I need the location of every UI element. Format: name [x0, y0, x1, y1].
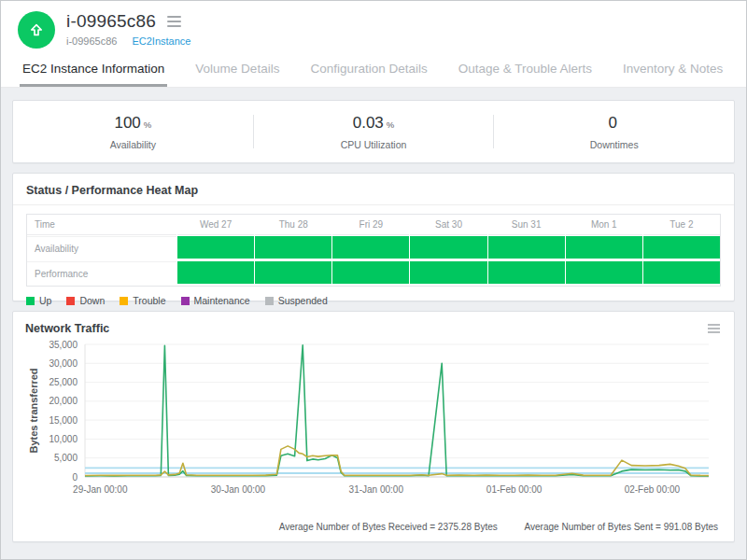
monitor-avatar: [18, 11, 55, 49]
heatmap-cell-availability-mon-1[interactable]: [566, 236, 642, 259]
y-tick-label: 5,000: [54, 453, 78, 463]
heatmap-cell-performance-sun-31[interactable]: [488, 261, 565, 284]
x-tick-label: 02-Feb 00:00: [625, 484, 681, 495]
heatmap-cell-performance-thu-28[interactable]: [255, 261, 331, 284]
heatmap-cell-availability-wed-27[interactable]: [177, 236, 254, 259]
tab-bar: EC2 Instance InformationVolume DetailsCo…: [1, 52, 746, 88]
y-tick-label: 20,000: [49, 396, 78, 406]
legend-swatch: [66, 297, 75, 305]
y-tick-label: 0: [72, 472, 78, 483]
stat-availability: 100%Availability: [13, 114, 253, 150]
heatmap-header-mon-1: Mon 1: [566, 215, 642, 235]
stat-unit: %: [144, 119, 151, 130]
network-traffic-chart[interactable]: 05,00010,00015,00020,00025,00030,00035,0…: [25, 337, 722, 524]
legend-label: Trouble: [133, 295, 165, 306]
heatmap-header-wed-27: Wed 27: [177, 215, 254, 235]
heatmap-header-sat-30: Sat 30: [410, 215, 486, 235]
y-axis-title: Bytes transferred: [28, 368, 39, 453]
heatmap-row-label-availability: Availability: [27, 236, 176, 260]
chart-menu-icon[interactable]: [706, 320, 722, 337]
heatmap-header-thu-28: Thu 28: [255, 215, 331, 235]
tab-volume-details[interactable]: Volume Details: [192, 52, 282, 87]
stat-cpu-utilization: 0.03%CPU Utilization: [254, 114, 494, 150]
y-tick-label: 15,000: [49, 415, 78, 426]
x-tick-label: 31-Jan 00:00: [349, 484, 404, 495]
heatmap-cell-performance-tue-2[interactable]: [643, 261, 720, 284]
tab-outage-trouble-alerts[interactable]: Outage & Trouble Alerts: [456, 52, 595, 87]
legend-swatch: [265, 297, 274, 305]
legend-swatch: [120, 297, 128, 305]
heatmap-cell-performance-wed-27[interactable]: [177, 261, 254, 284]
legend-label: Down: [79, 295, 105, 306]
heatmap-cell-performance-mon-1[interactable]: [566, 261, 642, 284]
series-bytes-sent-line: [85, 446, 709, 476]
heatmap-cell-performance-fri-29[interactable]: [332, 261, 409, 284]
heatmap-legend: UpDownTroubleMaintenanceSuspended: [26, 295, 721, 306]
heatmap-row-label-performance: Performance: [27, 261, 176, 286]
heatmap-table: TimeWed 27Thu 28Fri 29Sat 30Sun 31Mon 1T…: [26, 214, 721, 287]
legend-swatch: [181, 297, 190, 305]
chart-svg: 05,00010,00015,00020,00025,00030,00035,0…: [25, 337, 722, 520]
heatmap-cell-performance-sat-30[interactable]: [410, 261, 486, 284]
app-header: i-09965c86 i-09965c86 EC2Instance: [1, 1, 746, 52]
tab-inventory-notes[interactable]: Inventory & Notes: [620, 52, 726, 87]
chart-panel: Network Traffic 05,00010,00015,00020,000…: [12, 311, 735, 542]
tab-configuration-details[interactable]: Configuration Details: [307, 52, 430, 87]
heatmap-title: Status / Performance Heat Map: [26, 184, 721, 197]
legend-item-maintenance: Maintenance: [181, 295, 250, 306]
heatmap-header-tue-2: Tue 2: [643, 215, 720, 235]
legend-label: Up: [39, 295, 51, 306]
stat-value: 0: [608, 114, 616, 132]
stats-panel: 100%Availability0.03%CPU Utilization0Dow…: [12, 100, 735, 163]
screen: i-09965c86 i-09965c86 EC2Instance EC2 In…: [0, 0, 747, 560]
stat-label: CPU Utilization: [254, 139, 494, 150]
heatmap-header-sun-31: Sun 31: [488, 215, 565, 235]
heatmap-header-fri-29: Fri 29: [332, 215, 409, 235]
legend-swatch: [26, 297, 35, 305]
y-tick-label: 35,000: [49, 340, 78, 350]
stat-unit: %: [387, 119, 394, 130]
y-tick-label: 10,000: [49, 434, 78, 444]
heatmap-cell-availability-sun-31[interactable]: [488, 236, 565, 259]
chart-footnote-received: Average Number of Bytes Received = 2375.…: [279, 522, 498, 532]
heatmap-cell-availability-sat-30[interactable]: [410, 236, 486, 259]
legend-item-suspended: Suspended: [265, 295, 328, 306]
y-tick-label: 30,000: [49, 358, 78, 369]
legend-label: Suspended: [278, 295, 328, 306]
stat-value: 100: [114, 114, 140, 132]
heatmap-cell-availability-fri-29[interactable]: [332, 236, 409, 259]
x-tick-label: 30-Jan 00:00: [211, 484, 266, 495]
chart-footnote-sent: Average Number of Bytes Sent = 991.08 By…: [525, 522, 718, 532]
x-tick-label: 29-Jan 00:00: [73, 484, 128, 495]
legend-item-up: Up: [26, 295, 51, 306]
legend-item-trouble: Trouble: [120, 295, 165, 306]
content-area: 100%Availability0.03%CPU Utilization0Dow…: [1, 88, 746, 542]
up-arrow-icon: [27, 21, 46, 39]
x-tick-label: 01-Feb 00:00: [486, 484, 543, 495]
heatmap-header-time: Time: [27, 215, 176, 235]
tab-ec2-instance-information[interactable]: EC2 Instance Information: [20, 52, 167, 87]
legend-label: Maintenance: [194, 295, 250, 306]
chart-title: Network Traffic: [25, 322, 109, 335]
stat-label: Availability: [13, 139, 253, 150]
monitor-type-link[interactable]: EC2Instance: [132, 35, 190, 47]
title-menu-icon[interactable]: [167, 13, 181, 30]
y-tick-label: 25,000: [49, 377, 78, 387]
heatmap-cell-availability-tue-2[interactable]: [643, 236, 720, 259]
stat-downtimes: 0Downtimes: [494, 114, 734, 150]
stat-value: 0.03: [353, 114, 384, 132]
heatmap-cell-availability-thu-28[interactable]: [255, 236, 331, 259]
heatmap-panel: Status / Performance Heat Map TimeWed 27…: [12, 173, 735, 301]
series-bytes-received-line: [85, 345, 709, 476]
legend-item-down: Down: [66, 295, 105, 306]
monitor-title: i-09965c86: [66, 11, 156, 32]
divider: [13, 204, 734, 205]
stat-label: Downtimes: [494, 139, 734, 150]
monitor-id: i-09965c86: [66, 35, 117, 47]
